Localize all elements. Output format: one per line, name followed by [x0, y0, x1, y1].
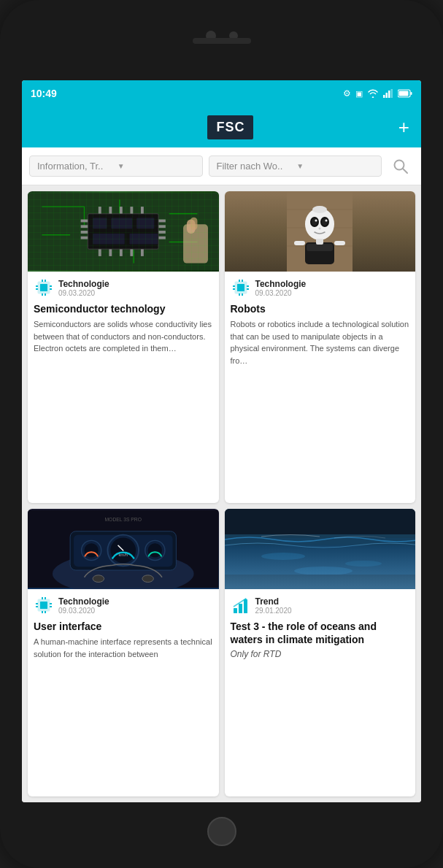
svg-rect-49 [50, 285, 52, 287]
svg-rect-22 [158, 220, 166, 223]
card-category-semiconductor: Technologie 09.03.2020 [58, 279, 109, 297]
svg-rect-2 [388, 91, 390, 98]
top-bar: FSC + [22, 107, 421, 147]
gear-icon: ⚙ [343, 88, 351, 99]
svg-rect-74 [237, 284, 244, 291]
svg-rect-44 [190, 218, 198, 230]
svg-rect-36 [93, 218, 107, 229]
card-desc-ui: A human-machine interface represents a t… [28, 636, 219, 667]
card-desc-robots: Robots or robotics include a technologic… [225, 318, 416, 374]
add-button[interactable]: + [398, 118, 409, 137]
svg-rect-6 [399, 91, 409, 96]
svg-rect-25 [158, 237, 166, 239]
card-title-robots: Robots [225, 299, 416, 318]
search-icon [393, 158, 409, 174]
card-category-ui: Technologie 09.03.2020 [58, 596, 109, 615]
word-filter-dropdown[interactable]: Filter nach Wo.. ▼ [209, 155, 382, 177]
filter-bar: Information, Tr.. ▼ Filter nach Wo.. ▼ [22, 147, 421, 185]
svg-rect-51 [42, 280, 43, 282]
card-title-oceans: Test 3 - the role of oceans and waters i… [225, 617, 416, 649]
svg-rect-62 [334, 241, 345, 245]
svg-point-66 [312, 218, 317, 226]
battery-icon [398, 89, 412, 98]
svg-point-96 [142, 575, 153, 583]
svg-rect-27 [109, 207, 112, 214]
card-robots[interactable]: Technologie 09.03.2020 Robots Robots or … [225, 191, 416, 503]
svg-rect-115 [234, 608, 237, 613]
svg-rect-107 [45, 611, 46, 613]
home-button[interactable] [207, 817, 236, 846]
card-image-ocean [225, 509, 416, 589]
svg-point-92 [84, 543, 98, 557]
card-meta-semiconductor: Technologie 09.03.2020 [28, 272, 219, 299]
svg-rect-101 [36, 606, 38, 607]
status-bar: 10:49 ⚙ ▣ [22, 80, 421, 107]
svg-rect-17 [88, 214, 158, 249]
svg-rect-38 [136, 218, 154, 229]
card-oceans[interactable]: Trend 29.01.2020 Test 3 - the role of oc… [225, 509, 416, 796]
svg-rect-76 [233, 288, 235, 290]
svg-rect-48 [36, 288, 38, 290]
svg-point-70 [319, 228, 321, 230]
svg-rect-42 [183, 224, 208, 263]
svg-rect-100 [36, 603, 38, 604]
card-image-car: km/h MODEL 3S PRO [28, 509, 219, 589]
svg-text:MODEL 3S PRO: MODEL 3S PRO [104, 517, 142, 522]
svg-rect-81 [239, 293, 240, 296]
phone-shell: 10:49 ⚙ ▣ [0, 0, 443, 868]
svg-rect-72 [316, 239, 323, 245]
wifi-icon [367, 89, 379, 98]
svg-rect-40 [129, 234, 158, 245]
svg-rect-109 [225, 538, 416, 589]
svg-rect-9 [28, 193, 219, 271]
svg-rect-75 [233, 285, 235, 287]
svg-rect-43 [187, 220, 196, 234]
card-category-robots: Technologie 09.03.2020 [255, 279, 307, 297]
svg-rect-114 [225, 575, 416, 589]
category-label-2: Technologie [255, 279, 307, 289]
svg-rect-28 [120, 207, 123, 214]
svg-rect-31 [99, 249, 101, 256]
card-semiconductor[interactable]: Technologie 09.03.2020 Semiconductor tec… [28, 191, 219, 503]
trend-icon [231, 595, 251, 615]
svg-rect-0 [383, 95, 385, 98]
search-button[interactable] [388, 153, 414, 180]
card-meta-ui: Technologie 09.03.2020 [28, 589, 219, 617]
svg-rect-54 [45, 293, 46, 296]
svg-rect-20 [81, 231, 88, 234]
svg-rect-102 [50, 603, 52, 604]
svg-rect-5 [411, 92, 412, 95]
card-user-interface[interactable]: km/h MODEL 3S PRO [28, 509, 219, 796]
card-meta-robots: Technologie 09.03.2020 [225, 272, 416, 299]
category-filter-dropdown[interactable]: Information, Tr.. ▼ [29, 155, 203, 177]
svg-rect-33 [120, 249, 123, 256]
cards-grid: Technologie 09.03.2020 Semiconductor tec… [22, 185, 421, 802]
fsc-logo: FSC [207, 115, 253, 139]
svg-rect-106 [42, 611, 43, 613]
svg-rect-47 [36, 285, 38, 287]
svg-rect-117 [244, 599, 247, 613]
card-meta-oceans: Trend 29.01.2020 [225, 589, 416, 617]
card-title-ui: User interface [28, 617, 219, 636]
card-category-oceans: Trend 29.01.2020 [255, 596, 292, 615]
card-image-semiconductor [28, 191, 219, 272]
svg-rect-50 [50, 288, 52, 290]
svg-rect-24 [158, 231, 166, 234]
phone-screen: 10:49 ⚙ ▣ [22, 80, 421, 802]
svg-rect-78 [247, 288, 249, 290]
svg-rect-34 [130, 249, 133, 256]
svg-point-112 [345, 561, 382, 566]
svg-rect-35 [141, 249, 144, 256]
svg-rect-37 [111, 218, 132, 229]
svg-rect-1 [386, 93, 388, 98]
svg-rect-41 [88, 214, 158, 249]
svg-rect-21 [81, 237, 88, 239]
svg-point-95 [93, 575, 104, 583]
technology-icon-3 [34, 595, 54, 615]
svg-rect-29 [130, 207, 133, 214]
svg-rect-26 [99, 207, 101, 214]
category-date-4: 29.01.2020 [255, 607, 292, 615]
card-desc-semiconductor: Semiconductors are solids whose conducti… [28, 318, 219, 362]
svg-rect-108 [225, 509, 416, 589]
svg-point-94 [148, 543, 162, 557]
